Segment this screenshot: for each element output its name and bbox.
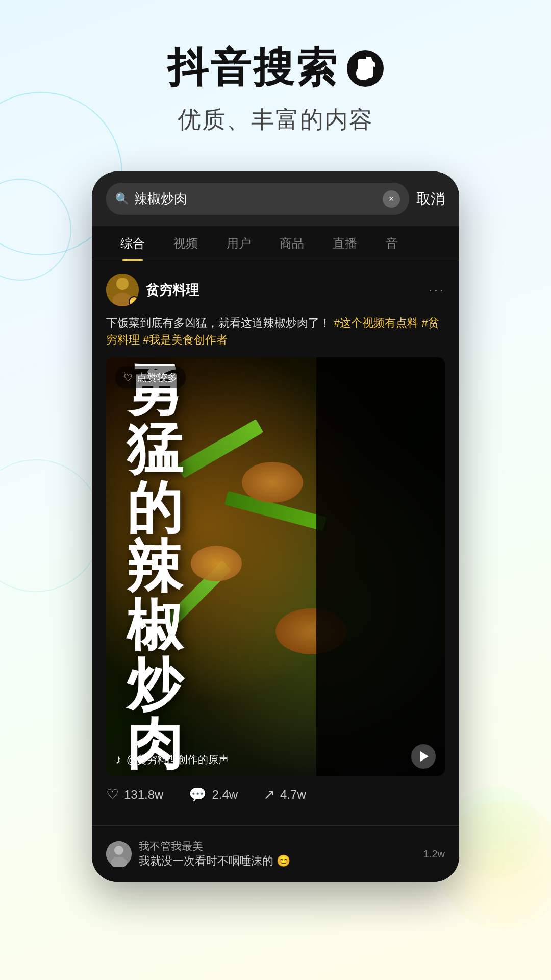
- play-button[interactable]: [411, 744, 436, 769]
- avatar[interactable]: ✓: [106, 274, 139, 306]
- play-triangle-icon: [420, 751, 429, 762]
- commenter-name: 我不管我最美: [139, 839, 416, 853]
- content-area: ✓ 贫穷料理 ··· 下饭菜到底有多凶猛，就看这道辣椒炒肉了！ #这个视频有点料…: [92, 261, 459, 825]
- tabs-row: 综合 视频 用户 商品 直播 音: [92, 226, 459, 261]
- like-badge-text: 点赞较多: [137, 371, 178, 384]
- comment-row-1: 我不管我最美 我就没一次看时不咽唾沫的 😊 1.2w: [106, 834, 445, 874]
- user-row: ✓ 贫穷料理 ···: [106, 274, 445, 306]
- clear-icon: ×: [389, 193, 394, 204]
- search-icon: 🔍: [115, 192, 129, 206]
- search-query-text: 辣椒炒肉: [134, 190, 378, 208]
- video-thumbnail[interactable]: 勇猛的辣椒炒肉 ♡ 点赞较多 ♪ @贫穷料理创作的原声: [106, 357, 445, 776]
- verified-badge: ✓: [129, 296, 139, 306]
- cancel-button[interactable]: 取消: [416, 189, 445, 209]
- tiktok-logo-icon: [347, 50, 384, 87]
- post-main-text: 下饭菜到底有多凶猛，就看这道辣椒炒肉了！: [106, 316, 331, 329]
- tab-综合[interactable]: 综合: [106, 226, 159, 261]
- comment-content: 我不管我最美 我就没一次看时不咽唾沫的 😊: [139, 839, 416, 869]
- username[interactable]: 贫穷料理: [146, 281, 199, 299]
- tab-直播[interactable]: 直播: [318, 226, 371, 261]
- video-text-overlay: 勇猛的辣椒炒肉: [106, 357, 445, 776]
- stats-row: ♡ 131.8w 💬 2.4w ↗ 4.7w: [106, 776, 445, 813]
- tab-用户[interactable]: 用户: [212, 226, 265, 261]
- subtitle-text: 优质、丰富的内容: [20, 104, 531, 136]
- tab-视频[interactable]: 视频: [159, 226, 212, 261]
- likes-stat[interactable]: ♡ 131.8w: [106, 786, 163, 803]
- header-section: 抖音搜索 优质、丰富的内容: [0, 0, 551, 156]
- comment-like-count: 1.2w: [423, 848, 445, 860]
- title-text: 抖音搜索: [167, 41, 339, 96]
- tiktok-audio-icon: ♪: [115, 752, 121, 767]
- post-text: 下饭菜到底有多凶猛，就看这道辣椒炒肉了！ #这个视频有点料 #贫穷料理 #我是美…: [106, 314, 445, 348]
- like-badge: ♡ 点赞较多: [115, 366, 186, 388]
- likes-count: 131.8w: [124, 788, 163, 802]
- heart-icon: ♡: [106, 786, 119, 803]
- comment-icon: 💬: [189, 786, 207, 803]
- phone-mockup: 🔍 辣椒炒肉 × 取消 综合 视频 用户 商品 直播 音: [92, 172, 459, 882]
- user-info: ✓ 贫穷料理: [106, 274, 199, 306]
- comment-text: 我就没一次看时不咽唾沫的 😊: [139, 853, 416, 869]
- video-background: 勇猛的辣椒炒肉 ♡ 点赞较多 ♪ @贫穷料理创作的原声: [106, 357, 445, 776]
- tab-商品[interactable]: 商品: [265, 226, 318, 261]
- svg-point-1: [116, 278, 129, 290]
- main-title: 抖音搜索: [20, 41, 531, 96]
- shares-count: 4.7w: [280, 788, 306, 802]
- search-input-wrap[interactable]: 🔍 辣椒炒肉 ×: [106, 183, 409, 215]
- search-bar: 🔍 辣椒炒肉 × 取消: [92, 172, 459, 226]
- comment-section: 我不管我最美 我就没一次看时不咽唾沫的 😊 1.2w: [92, 825, 459, 882]
- search-clear-button[interactable]: ×: [383, 190, 400, 208]
- svg-point-4: [114, 846, 123, 855]
- phone-container: 🔍 辣椒炒肉 × 取消 综合 视频 用户 商品 直播 音: [0, 172, 551, 882]
- tab-音乐[interactable]: 音: [371, 226, 412, 261]
- more-options-button[interactable]: ···: [429, 282, 445, 298]
- audio-text: @贫穷料理创作的原声: [127, 753, 229, 767]
- commenter-avatar: [106, 841, 132, 867]
- video-overlay-text: 勇猛的辣椒炒肉: [127, 360, 305, 773]
- share-icon: ↗: [263, 786, 275, 803]
- audio-bar: ♪ @贫穷料理创作的原声: [115, 752, 229, 767]
- comments-count: 2.4w: [212, 788, 238, 802]
- comments-stat[interactable]: 💬 2.4w: [189, 786, 238, 803]
- shares-stat[interactable]: ↗ 4.7w: [263, 786, 306, 803]
- like-heart-icon: ♡: [123, 372, 133, 384]
